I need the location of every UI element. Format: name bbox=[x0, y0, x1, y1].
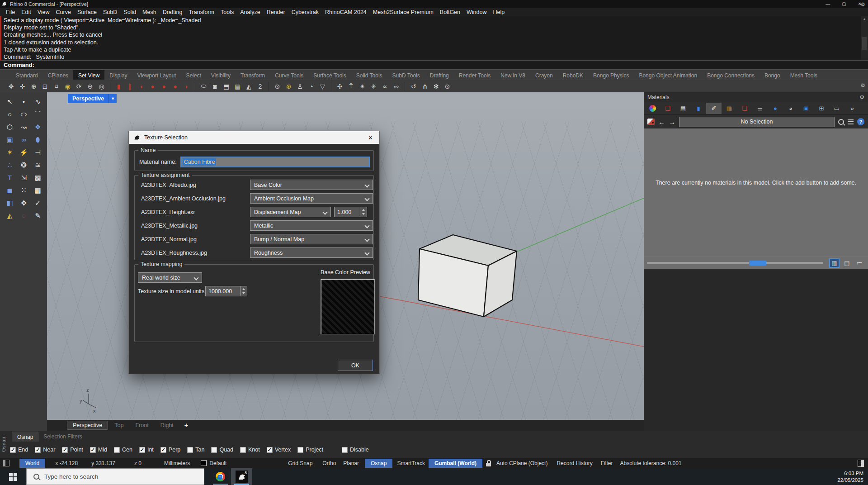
materials-list-area[interactable]: There are currently no materials in this… bbox=[644, 128, 868, 257]
sidebar-tool-icon[interactable]: T bbox=[3, 172, 16, 183]
add-viewport-button[interactable]: + bbox=[184, 422, 188, 429]
viewport-menu-arrow-icon[interactable]: ▼ bbox=[108, 94, 117, 103]
dialog-close-icon[interactable]: ✕ bbox=[366, 134, 375, 141]
panel-tab-icon[interactable]: ● bbox=[768, 103, 783, 114]
sidebar-tool-icon[interactable]: ▩ bbox=[31, 172, 44, 183]
toolbar-icon[interactable]: ⟳ bbox=[73, 81, 85, 92]
menu-item[interactable]: File bbox=[3, 9, 18, 16]
toolbar-tab[interactable]: Solid Tools bbox=[351, 70, 387, 80]
panel-tab-icon[interactable]: ❑ bbox=[737, 103, 752, 114]
osnap-option[interactable]: Disable bbox=[342, 447, 369, 453]
toolbar-icon[interactable]: ▤ bbox=[232, 81, 243, 92]
viewport-tab[interactable]: Right bbox=[155, 421, 179, 429]
menu-item[interactable]: Solid bbox=[120, 9, 139, 16]
menu-item[interactable]: Tools bbox=[217, 9, 237, 16]
toolbar-icon[interactable] bbox=[269, 82, 269, 91]
checkbox[interactable] bbox=[10, 447, 16, 453]
statusbar-item[interactable]: Grid Snap bbox=[288, 460, 312, 466]
statusbar-item[interactable]: y 331.137 bbox=[91, 460, 115, 466]
menu-item[interactable]: Window bbox=[463, 9, 490, 16]
mapping-mode-dropdown[interactable]: Real world size bbox=[138, 272, 202, 283]
toolbar-tab[interactable]: Standard bbox=[11, 70, 43, 80]
toolbar-gear-icon[interactable]: ⚙ bbox=[860, 82, 865, 89]
checkbox[interactable] bbox=[187, 447, 193, 453]
sidebar-tool-icon[interactable]: ○ bbox=[3, 109, 16, 120]
statusbar-item[interactable]: World bbox=[19, 459, 45, 468]
toolbar-icon[interactable]: ◗ bbox=[181, 81, 192, 92]
toolbar-icon[interactable]: ∥ bbox=[124, 81, 136, 92]
toolbar-icon[interactable]: ⌑ bbox=[51, 81, 62, 92]
toolbar-icon[interactable]: ◉ bbox=[62, 81, 73, 92]
sidebar-tool-icon[interactable]: ⬮ bbox=[31, 134, 44, 145]
menu-item[interactable]: SubD bbox=[100, 9, 120, 16]
toolbar-icon[interactable]: ▽ bbox=[317, 81, 328, 92]
toolbar-icon[interactable]: ⊙ bbox=[272, 81, 283, 92]
toolbar-tab[interactable]: Curve Tools bbox=[270, 70, 308, 80]
sidebar-tool-icon[interactable]: ∴ bbox=[3, 159, 16, 171]
map-type-dropdown[interactable]: Bump / Normal Map bbox=[250, 234, 373, 244]
statusbar-item[interactable]: Auto CPlane (Object) bbox=[496, 460, 547, 466]
displacement-amount-input[interactable]: 1.000 bbox=[334, 207, 367, 217]
panel-tab-icon[interactable]: ▣ bbox=[798, 103, 814, 114]
statusbar-item[interactable]: Ortho bbox=[322, 460, 336, 466]
panel-tab-icon[interactable]: ⊞ bbox=[814, 103, 829, 114]
osnap-option[interactable]: Perp bbox=[160, 447, 180, 453]
checkbox[interactable] bbox=[114, 447, 120, 453]
map-type-dropdown[interactable]: Metallic bbox=[250, 220, 373, 231]
sidebar-tool-icon[interactable]: ✎ bbox=[31, 210, 44, 221]
dialog-title-bar[interactable]: Texture Selection ✕ bbox=[129, 131, 379, 144]
toolbar-icon[interactable]: 2 bbox=[255, 81, 266, 92]
toolbar-icon[interactable]: ◙ bbox=[209, 81, 221, 92]
toolbar-icon[interactable]: ✣ bbox=[334, 81, 345, 92]
toolbar-tab[interactable]: Viewport Layout bbox=[132, 70, 181, 80]
toolbar-icon[interactable]: ✻ bbox=[430, 81, 442, 92]
sidebar-tool-icon[interactable]: ◌ bbox=[17, 210, 30, 221]
viewport-tab[interactable]: Front bbox=[130, 421, 154, 429]
map-type-dropdown[interactable]: Roughness bbox=[250, 247, 373, 258]
osnap-option[interactable]: Cen bbox=[114, 447, 132, 453]
toolbar-icon[interactable] bbox=[195, 82, 195, 91]
map-type-dropdown[interactable]: Ambient Occlusion Map bbox=[250, 193, 373, 204]
menu-item[interactable]: View bbox=[34, 9, 53, 16]
toolbar-icon[interactable]: ↺ bbox=[408, 81, 419, 92]
chrome-taskbar-button[interactable]: T bbox=[210, 468, 231, 485]
toolbar-icon[interactable]: ✥ bbox=[5, 81, 17, 92]
viewport-title[interactable]: Perspective bbox=[68, 94, 108, 103]
toolbar-icon[interactable]: ⊛ bbox=[283, 81, 294, 92]
toolbar-icon[interactable]: ⊙ bbox=[442, 81, 453, 92]
statusbar-item[interactable] bbox=[486, 460, 491, 466]
statusbar-item[interactable]: z 0 bbox=[134, 460, 142, 466]
osnap-option[interactable]: Near bbox=[35, 447, 55, 453]
menu-item[interactable]: Surface bbox=[74, 9, 100, 16]
toolbar-tab[interactable]: SubD Tools bbox=[387, 70, 425, 80]
sidebar-tool-icon[interactable]: ❂ bbox=[17, 159, 30, 171]
viewport-tab[interactable]: Top bbox=[109, 421, 129, 429]
toolbar-icon[interactable]: ∾ bbox=[391, 81, 402, 92]
toolbar-icon[interactable]: ⬭ bbox=[198, 81, 209, 92]
add-material-icon[interactable] bbox=[647, 119, 655, 125]
menu-item[interactable]: RhinoCAM 2024 bbox=[322, 9, 370, 16]
osnap-option[interactable]: Int bbox=[139, 447, 154, 453]
osnap-option[interactable]: Mid bbox=[90, 447, 107, 453]
statusbar-item[interactable]: Record History bbox=[557, 460, 592, 466]
taskbar-search[interactable]: Type here to search bbox=[26, 468, 204, 485]
toolbar-tab[interactable]: Render Tools bbox=[454, 70, 496, 80]
osnap-option[interactable]: Quad bbox=[211, 447, 233, 453]
checkbox[interactable] bbox=[139, 447, 145, 453]
scrollbar-thumb[interactable] bbox=[862, 37, 867, 50]
sidebar-tool-icon[interactable]: ⇲ bbox=[17, 172, 30, 183]
osnap-tab[interactable]: Osnap bbox=[12, 432, 38, 442]
toolbar-icon[interactable]: ✳ bbox=[368, 81, 379, 92]
statusbar-item[interactable]: Planar bbox=[343, 460, 359, 466]
panel-tab-icon[interactable]: ▮ bbox=[691, 103, 706, 114]
statusbar-item[interactable]: x -24.128 bbox=[55, 460, 78, 466]
toolbar-tab[interactable]: Mesh Tools bbox=[785, 70, 822, 80]
detail-view-button[interactable]: ≔ bbox=[854, 258, 865, 268]
toolbar-tab[interactable]: Select bbox=[181, 70, 206, 80]
sidebar-tool-icon[interactable]: ⁙ bbox=[17, 185, 30, 196]
thumbnail-size-slider[interactable] bbox=[647, 262, 823, 264]
osnap-option[interactable]: Project bbox=[297, 447, 323, 453]
texture-size-input[interactable]: 1000.000 bbox=[205, 286, 247, 296]
sidebar-tool-icon[interactable]: ▦ bbox=[31, 185, 44, 196]
panel-tab-icon[interactable]: ⚌ bbox=[752, 103, 768, 114]
